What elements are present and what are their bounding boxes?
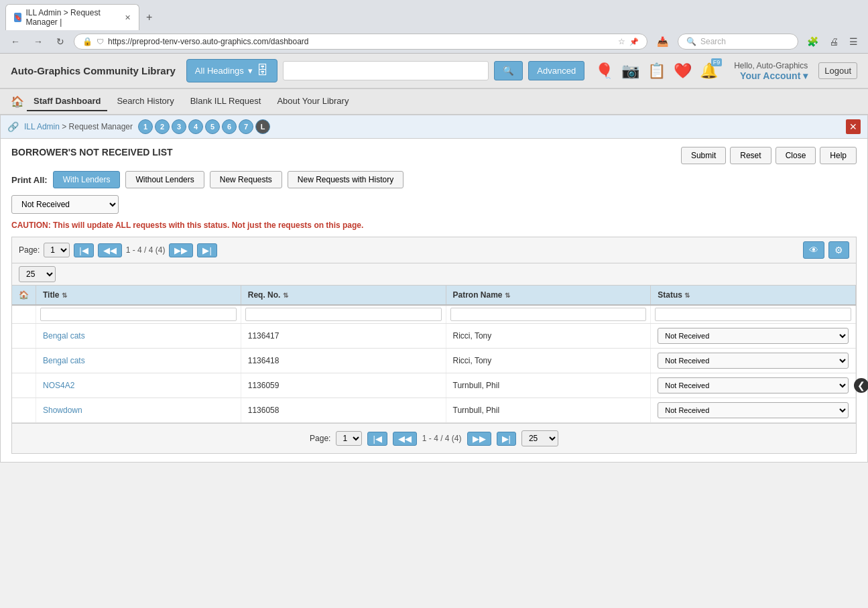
page-num-3[interactable]: 3 [172,119,186,134]
heart-icon[interactable]: ❤️ [674,62,692,80]
nav-bar: 🏠 Staff Dashboard Search History Blank I… [0,89,868,115]
advanced-button[interactable]: Advanced [528,61,584,80]
row2-status-select[interactable]: Not Received Received Cancelled [658,353,849,369]
per-page-select[interactable]: 25 50 100 [19,266,56,282]
reset-button[interactable]: Reset [730,147,771,164]
help-button[interactable]: Help [820,147,857,164]
status-dropdown-section: Not Received Received Cancelled [11,195,857,214]
nav-blank-ill-request[interactable]: Blank ILL Request [184,92,268,111]
new-requests-history-button[interactable]: New Requests with History [288,171,404,188]
without-lenders-button[interactable]: Without Lenders [125,171,204,188]
status-dropdown[interactable]: Not Received Received Cancelled [11,195,119,214]
bottom-prev-page-btn[interactable]: ◀◀ [393,432,417,446]
row3-patron-cell: Turnbull, Phil [446,373,651,398]
row4-title-link[interactable]: Showdown [43,406,82,415]
menu-btn[interactable]: ☰ [846,34,861,49]
table-row: Showdown 1136058 Turnbull, Phil Not Rece… [12,398,856,423]
downloads-btn[interactable]: 📥 [653,34,672,49]
bottom-next-page-btn[interactable]: ▶▶ [467,432,491,446]
forward-btn[interactable]: → [29,34,47,49]
page-num-4[interactable]: 4 [188,119,203,134]
logout-button[interactable]: Logout [818,62,857,79]
row3-title-cell: NOS4A2 [36,373,241,398]
new-tab-btn[interactable]: + [139,8,159,27]
url-text[interactable]: https://preprod-tenv-verso.auto-graphics… [108,37,614,46]
col-req-no[interactable]: Req. No. ⇅ [241,286,446,305]
filter-status-input[interactable] [655,308,851,321]
nav-search-history[interactable]: Search History [110,92,180,111]
row1-status-select[interactable]: Not Received Received Cancelled [658,328,849,344]
close-button[interactable]: Close [776,147,816,164]
filter-row [12,305,856,324]
page-num-7[interactable]: 7 [239,119,253,134]
page-num-6[interactable]: 6 [222,119,237,134]
breadcrumb-separator: > [62,122,68,131]
bottom-page-select[interactable]: 1 [336,431,362,446]
browser-tab[interactable]: 🔖 ILL Admin > Request Manager | ✕ [5,4,139,30]
prev-page-btn[interactable]: ◀◀ [98,243,122,257]
user-section[interactable]: Hello, Auto-Graphics Your Account ▾ [734,61,808,81]
filter-patron-cell [446,305,651,324]
page-num-1[interactable]: 1 [138,119,153,134]
row3-title-link[interactable]: NOS4A2 [43,381,74,390]
row1-title-cell: Bengal cats [36,324,241,349]
home-nav-icon[interactable]: 🏠 [11,95,24,108]
account-label[interactable]: Your Account ▾ [734,70,808,81]
row3-status-select[interactable]: Not Received Received Cancelled [658,377,849,393]
breadcrumb-ill-admin[interactable]: ILL Admin [24,122,60,131]
page-select[interactable]: 1 [44,243,70,257]
settings-icon-btn[interactable]: ⚙ [828,241,849,259]
balloon-icon[interactable]: 🎈 [595,62,613,80]
with-lenders-button[interactable]: With Lenders [53,171,121,188]
back-arrow-icon[interactable]: ❮ [854,378,868,393]
close-x-btn[interactable]: ✕ [846,119,861,134]
new-requests-button[interactable]: New Requests [210,171,282,188]
nav-about-library[interactable]: About Your Library [270,92,355,111]
row4-status-select[interactable]: Not Received Received Cancelled [658,402,849,418]
status-col-label: Status [658,290,682,300]
reload-btn[interactable]: ↻ [52,34,68,49]
page-num-l[interactable]: L [255,119,270,134]
tab-close-btn[interactable]: ✕ [125,13,131,22]
extensions-btn[interactable]: 🧩 [804,34,822,49]
main-content: BORROWER'S NOT RECEIVED LIST Submit Rese… [1,139,867,462]
col-status[interactable]: Status ⇅ [651,286,856,305]
view-icon-btn[interactable]: 👁 [803,241,824,259]
col-title[interactable]: Title ⇅ [36,286,241,305]
patron-sort-icon: ⇅ [505,292,510,299]
submit-button[interactable]: Submit [681,147,726,164]
bottom-first-page-btn[interactable]: |◀ [367,432,387,446]
home-col-icon: 🏠 [19,290,29,300]
back-btn[interactable]: ← [7,34,24,49]
last-page-btn[interactable]: ▶| [197,243,216,257]
first-page-btn[interactable]: |◀ [74,243,93,257]
app-title: Auto-Graphics Community Library [11,65,176,76]
row1-title-link[interactable]: Bengal cats [43,331,85,341]
row4-home-cell [12,398,36,423]
col-patron-name[interactable]: Patron Name ⇅ [446,286,651,305]
bottom-last-page-btn[interactable]: ▶| [497,432,516,446]
print-btn[interactable]: 🖨 [826,34,842,49]
content-area: 🔗 ILL Admin > Request Manager 1 2 3 4 5 … [0,115,868,463]
row2-status-cell: Not Received Received Cancelled [651,349,856,373]
page-info: 1 - 4 / 4 (4) [126,245,166,255]
search-button[interactable]: 🔍 [494,61,523,80]
pin-icon[interactable]: 📌 [629,38,639,46]
caution-text: CAUTION: This will update ALL requests w… [11,221,857,230]
page-num-2[interactable]: 2 [155,119,170,134]
row2-title-link[interactable]: Bengal cats [43,356,85,365]
link-icon: 🔗 [7,121,19,132]
heading-select[interactable]: All Headings ▾ 🗄 [186,59,277,82]
nav-staff-dashboard[interactable]: Staff Dashboard [27,92,107,111]
filter-req-no-input[interactable] [245,308,442,321]
account-chevron-icon: ▾ [803,70,808,81]
star-icon[interactable]: ☆ [618,37,625,46]
list-icon[interactable]: 📋 [647,62,666,79]
bottom-per-page-select[interactable]: 25 50 100 [521,430,558,446]
page-num-5[interactable]: 5 [205,119,220,134]
filter-title-input[interactable] [40,308,237,321]
next-page-btn[interactable]: ▶▶ [169,243,193,257]
filter-patron-input[interactable] [450,308,647,321]
camera-icon[interactable]: 📷 [621,62,639,79]
search-input[interactable] [283,61,489,80]
